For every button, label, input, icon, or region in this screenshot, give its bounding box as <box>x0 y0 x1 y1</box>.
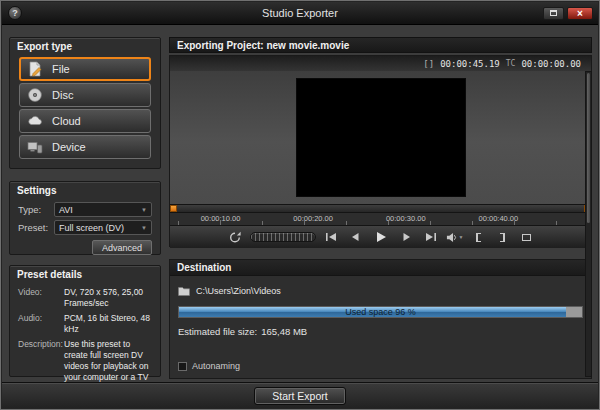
used-space-label: Used space 96 % <box>179 307 582 317</box>
chevron-down-icon: ▼ <box>141 207 147 213</box>
preset-select-value: Full screen (DV) <box>59 223 124 233</box>
fullscreen-icon <box>522 234 531 241</box>
used-space-bar: Used space 96 % <box>178 306 583 318</box>
type-select-value: AVI <box>59 205 73 215</box>
autonaming-label: Autonaming <box>192 361 240 371</box>
mark-in-button[interactable] <box>470 230 488 245</box>
destination-path-row[interactable]: C:\Users\Zion\Videos <box>178 282 583 300</box>
estimated-size-label: Estimated file size: <box>178 326 257 337</box>
fullscreen-button[interactable] <box>518 230 536 245</box>
mark-in-icon <box>476 233 481 242</box>
settings-title: Settings <box>10 182 160 199</box>
timeline-tick: 00:00:30.00 <box>386 214 426 223</box>
export-type-disc-label: Disc <box>52 89 73 101</box>
scrollbar-thumb[interactable] <box>587 73 590 223</box>
frame-forward-button[interactable] <box>398 230 416 245</box>
window-title: Studio Exporter <box>2 7 598 19</box>
preset-label: Preset: <box>18 222 54 233</box>
video-area <box>170 71 591 204</box>
timeline-tick: 00:00:20.00 <box>293 214 333 223</box>
type-select[interactable]: AVI ▼ <box>54 202 152 217</box>
loop-button[interactable] <box>226 230 244 245</box>
mark-out-icon <box>500 233 505 242</box>
preset-details-title: Preset details <box>10 266 160 283</box>
chevron-down-icon: ▼ <box>459 234 464 240</box>
audio-value: PCM, 16 bit Stereo, 48 kHz <box>64 313 152 335</box>
trim-start-handle[interactable] <box>170 205 177 212</box>
cloud-icon <box>27 113 43 129</box>
video-label: Video: <box>18 287 64 309</box>
description-value: Use this preset to create full screen DV… <box>64 339 152 383</box>
export-type-cloud-button[interactable]: Cloud <box>19 109 151 133</box>
estimated-size-value: 165,48 MB <box>261 326 307 337</box>
mark-out-button[interactable] <box>494 230 512 245</box>
start-export-button[interactable]: Start Export <box>254 387 346 405</box>
chevron-down-icon: ▼ <box>141 225 147 231</box>
export-type-device-button[interactable]: Device <box>19 135 151 159</box>
export-type-file-button[interactable]: File <box>19 57 151 81</box>
preview-panel: [] 00:00:45.19 TC 00:00:00.00 00:00:10.0… <box>169 55 592 247</box>
footer-bar: Start Export <box>2 382 598 408</box>
autonaming-checkbox[interactable] <box>178 362 187 371</box>
window-controls: × <box>543 7 593 20</box>
advanced-button[interactable]: Advanced <box>92 240 152 255</box>
minimize-button[interactable] <box>543 7 564 20</box>
preset-details-panel: Preset details Video: DV, 720 x 576, 25,… <box>9 265 161 377</box>
export-type-cloud-label: Cloud <box>52 115 81 127</box>
play-button[interactable] <box>370 230 392 245</box>
folder-icon <box>178 282 190 300</box>
studio-exporter-window: ? Studio Exporter × Export type File <box>0 0 600 410</box>
app-icon-glyph: ? <box>12 8 18 18</box>
go-end-button[interactable] <box>422 230 440 245</box>
description-label: Description: <box>18 339 64 383</box>
video-frame <box>296 78 466 197</box>
timecode-position: 00:00:45.19 <box>440 59 500 69</box>
timeline-ruler[interactable]: 00:00:10.00 00:00:20.00 00:00:30.00 00:0… <box>170 213 591 226</box>
jog-slider[interactable] <box>250 232 316 242</box>
disc-icon <box>27 87 43 103</box>
project-header: Exporting Project: new movie.movie <box>169 37 592 53</box>
autonaming-row: Autonaming <box>178 361 240 371</box>
scrollbar[interactable] <box>585 71 592 377</box>
preset-select[interactable]: Full screen (DV) ▼ <box>54 220 152 235</box>
timeline-trimbar[interactable] <box>170 204 591 213</box>
export-type-title: Export type <box>10 38 160 55</box>
preset-description-row: Description: Use this preset to create f… <box>18 339 152 383</box>
export-type-device-label: Device <box>52 141 86 153</box>
file-icon <box>27 61 43 77</box>
timeline-tick: 00:00:10.00 <box>201 214 241 223</box>
close-button[interactable]: × <box>567 7 593 20</box>
timecode-row: [] 00:00:45.19 TC 00:00:00.00 <box>170 56 591 71</box>
titlebar: ? Studio Exporter × <box>2 2 598 25</box>
project-header-text: Exporting Project: new movie.movie <box>177 40 349 51</box>
go-start-button[interactable] <box>322 230 340 245</box>
destination-path: C:\Users\Zion\Videos <box>196 286 281 296</box>
export-type-file-label: File <box>52 63 70 75</box>
export-type-panel: Export type File Disc <box>9 37 161 169</box>
volume-button[interactable]: ▼ <box>446 230 464 245</box>
transport-bar: ▼ <box>170 226 591 248</box>
preset-audio-row: Audio: PCM, 16 bit Stereo, 48 kHz <box>18 313 152 335</box>
timecode-value: 00:00:00.00 <box>521 59 581 69</box>
settings-panel: Settings Type: AVI ▼ Preset: Full screen… <box>9 181 161 255</box>
type-label: Type: <box>18 204 54 215</box>
estimated-size-row: Estimated file size: 165,48 MB <box>178 326 583 337</box>
close-icon: × <box>577 8 583 19</box>
tc-label: TC <box>506 59 516 68</box>
video-value: DV, 720 x 576, 25,00 Frames/sec <box>64 287 152 309</box>
destination-panel: Destination C:\Users\Zion\Videos Used sp… <box>169 259 592 379</box>
export-type-disc-button[interactable]: Disc <box>19 83 151 107</box>
app-icon[interactable]: ? <box>8 6 22 20</box>
preset-video-row: Video: DV, 720 x 576, 25,00 Frames/sec <box>18 287 152 309</box>
device-icon <box>27 139 43 155</box>
selection-icon: [] <box>423 59 434 69</box>
frame-back-button[interactable] <box>346 230 364 245</box>
audio-label: Audio: <box>18 313 64 335</box>
timeline-tick: 00:00:40.00 <box>479 214 519 223</box>
minimize-icon <box>550 10 557 16</box>
destination-title: Destination <box>170 260 591 276</box>
